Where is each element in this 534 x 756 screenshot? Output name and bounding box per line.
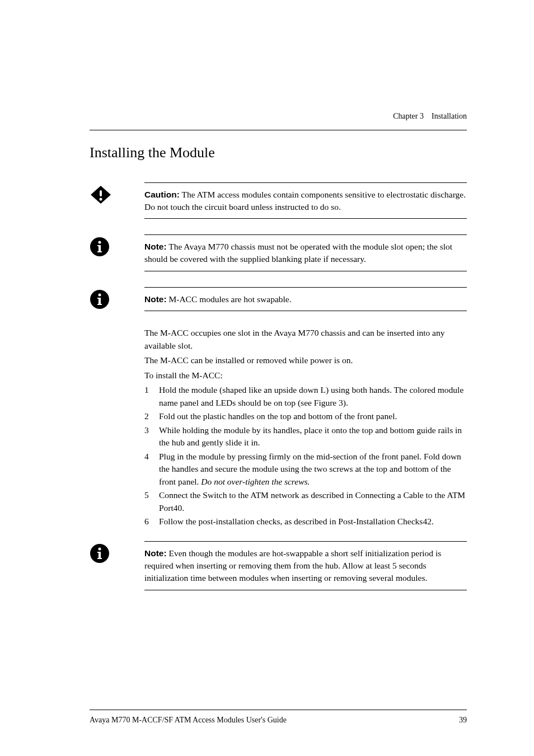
install-steps: 1 Hold the module (shaped like an upside… [144, 384, 467, 528]
body-p3: To install the M-ACC: [144, 369, 467, 382]
svg-rect-0 [100, 190, 102, 196]
step-text: While holding the module by its handles,… [159, 424, 467, 449]
info-icon [90, 289, 112, 309]
step-text: Connect the Switch to the ATM network as… [159, 489, 467, 514]
step-text-italic: Do not over-tighten the screws. [201, 477, 310, 486]
note-text-3: Even though the modules are hot-swappabl… [144, 548, 441, 582]
step-4: 4 Plug in the module by pressing firmly … [144, 450, 467, 488]
step-num: 5 [144, 489, 159, 514]
header-rule [90, 130, 467, 130]
chapter-title: Installation [432, 112, 467, 120]
note-body-2: Note: M-ACC modules are hot swapable. [144, 287, 467, 312]
body-text: The M-ACC occupies one slot in the Avaya… [144, 327, 467, 382]
caution-text: The ATM access modules contain component… [144, 190, 466, 212]
caution-icon [90, 185, 112, 205]
footer-rule [90, 710, 467, 710]
step-1: 1 Hold the module (shaped like an upside… [144, 384, 467, 409]
footer-page-number: 39 [459, 716, 467, 725]
note-callout-2: Note: M-ACC modules are hot swapable. [90, 287, 467, 312]
footer-left: Avaya M770 M-ACCF/SF ATM Access Modules … [90, 716, 287, 725]
step-num: 1 [144, 384, 159, 409]
note-callout-1: Note: The Avaya M770 chassis must not be… [90, 234, 467, 271]
info-icon [90, 543, 112, 564]
caution-body: Caution: The ATM access modules contain … [144, 182, 467, 219]
step-num: 6 [144, 515, 159, 528]
svg-point-1 [100, 198, 102, 201]
section-title: Installing the Module [90, 144, 467, 161]
step-text: Hold the module (shaped like an upside d… [159, 384, 467, 409]
body-p1: The M-ACC occupies one slot in the Avaya… [144, 327, 467, 352]
body-p2: The M-ACC can be installed or removed wh… [144, 354, 467, 367]
note-label-2: Note: [144, 294, 167, 304]
svg-point-3 [99, 241, 101, 244]
chapter-label: Chapter 3 [393, 112, 424, 120]
step-3: 3 While holding the module by its handle… [144, 424, 467, 449]
note-label-3: Note: [144, 548, 167, 558]
caution-callout: Caution: The ATM access modules contain … [90, 182, 467, 219]
svg-point-5 [99, 293, 101, 296]
info-icon [90, 237, 112, 257]
step-num: 3 [144, 424, 159, 449]
step-2: 2 Fold out the plastic handles on the to… [144, 410, 467, 422]
note-label-1: Note: [144, 242, 167, 251]
step-num: 2 [144, 410, 159, 422]
step-num: 4 [144, 450, 159, 488]
step-text: Fold out the plastic handles on the top … [159, 410, 467, 422]
note-body-1: Note: The Avaya M770 chassis must not be… [144, 234, 467, 271]
note-text-2: M-ACC modules are hot swapable. [168, 294, 291, 304]
note-callout-3: Note: Even though the modules are hot-sw… [90, 541, 467, 590]
step-text: Plug in the module by pressing firmly on… [159, 450, 467, 488]
step-5: 5 Connect the Switch to the ATM network … [144, 489, 467, 514]
note-body-3: Note: Even though the modules are hot-sw… [144, 541, 467, 590]
page-footer: Avaya M770 M-ACCF/SF ATM Access Modules … [90, 716, 467, 725]
step-6: 6 Follow the post-installation checks, a… [144, 515, 467, 528]
page-header: Chapter 3 Installation [393, 112, 467, 121]
svg-point-7 [99, 548, 101, 551]
step-text: Follow the post-installation checks, as … [159, 515, 467, 528]
note-text-1: The Avaya M770 chassis must not be opera… [144, 242, 452, 264]
caution-label: Caution: [144, 190, 180, 199]
